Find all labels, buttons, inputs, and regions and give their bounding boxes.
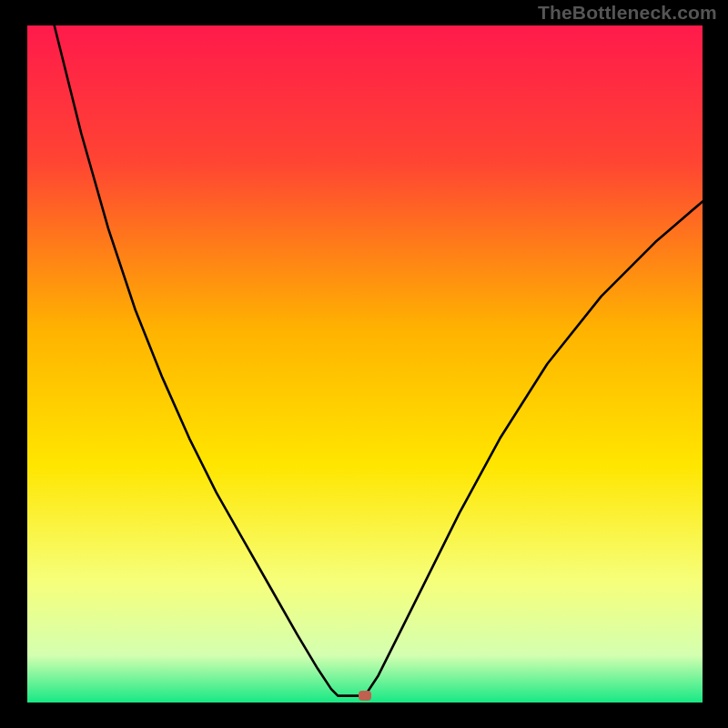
bottleneck-chart [0,0,728,728]
chart-frame: TheBottleneck.com [0,0,728,728]
plot-background [27,25,703,703]
minimum-marker [359,691,371,701]
watermark-text: TheBottleneck.com [538,2,717,24]
